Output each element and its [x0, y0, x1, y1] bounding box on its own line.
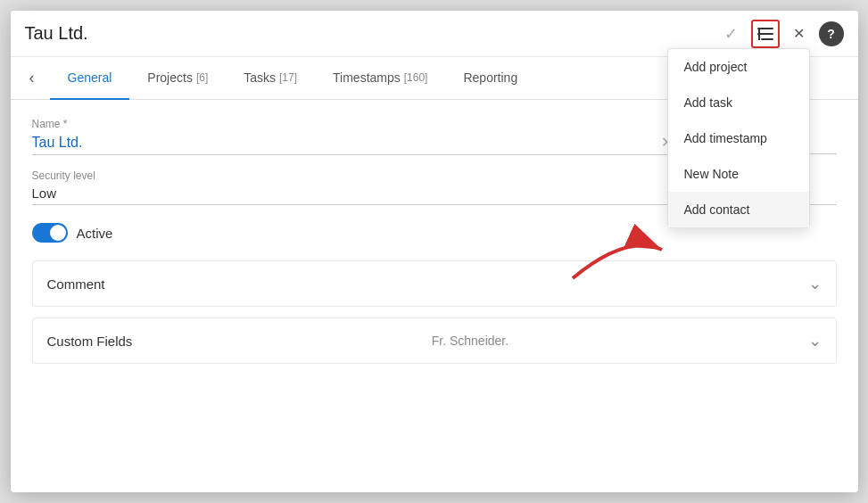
- tab-projects[interactable]: Projects [6]: [129, 57, 226, 100]
- save-button[interactable]: ✓: [717, 20, 746, 48]
- name-field-group: Name * ✕: [32, 118, 673, 155]
- custom-fields-sub: Fr. Schneider.: [432, 334, 508, 348]
- comment-chevron-icon: ⌄: [808, 274, 822, 293]
- dropdown-item-new-note[interactable]: New Note: [668, 156, 809, 192]
- dropdown-item-add-contact[interactable]: Add contact: [668, 192, 809, 227]
- menu-icon: [757, 27, 773, 41]
- modal-title: Tau Ltd.: [25, 23, 717, 44]
- menu-button[interactable]: [751, 20, 780, 48]
- back-button[interactable]: ‹: [18, 64, 46, 93]
- tab-general[interactable]: General: [50, 57, 130, 100]
- toggle-knob: [50, 225, 66, 241]
- active-label: Active: [77, 226, 113, 241]
- custom-fields-chevron-icon: ⌄: [808, 331, 822, 350]
- custom-fields-accordion[interactable]: Custom Fields Fr. Schneider. ⌄: [32, 317, 837, 364]
- active-toggle[interactable]: [32, 223, 68, 243]
- tab-tasks[interactable]: Tasks [17]: [226, 57, 315, 100]
- dropdown-item-add-task[interactable]: Add task: [668, 85, 809, 120]
- custom-fields-label: Custom Fields: [47, 334, 133, 349]
- name-input-wrap: ✕: [32, 134, 673, 155]
- name-input[interactable]: [32, 135, 661, 151]
- dropdown-menu: Add project Add task Add timestamp New N…: [667, 48, 810, 228]
- tab-timestamps[interactable]: Timestamps [160]: [315, 57, 445, 100]
- help-button[interactable]: ?: [819, 21, 844, 46]
- dropdown-item-add-project[interactable]: Add project: [668, 49, 809, 85]
- close-button[interactable]: ✕: [785, 20, 814, 48]
- header-actions: ✓ ✕ ?: [717, 20, 844, 48]
- dropdown-item-add-timestamp[interactable]: Add timestamp: [668, 120, 809, 156]
- tab-reporting[interactable]: Reporting: [445, 57, 535, 100]
- modal-container: Tau Ltd. ✓ ✕ ? ‹ General Projects [6]: [11, 11, 858, 492]
- comment-accordion[interactable]: Comment ⌄: [32, 260, 837, 307]
- svg-rect-2: [761, 38, 773, 40]
- name-label: Name *: [32, 118, 673, 130]
- comment-label: Comment: [47, 276, 105, 292]
